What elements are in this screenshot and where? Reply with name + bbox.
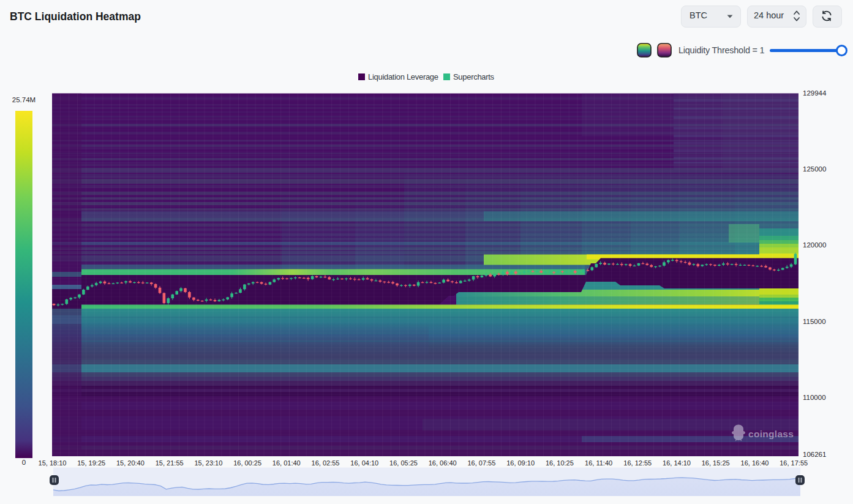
svg-text:coinglass: coinglass [748,429,794,439]
svg-text:129944: 129944 [803,89,827,97]
svg-text:16, 04:10: 16, 04:10 [350,459,378,467]
svg-text:16, 11:40: 16, 11:40 [585,459,612,467]
svg-text:16, 17:55: 16, 17:55 [780,459,808,467]
svg-text:16, 15:25: 16, 15:25 [702,459,730,467]
svg-text:16, 06:40: 16, 06:40 [429,459,457,467]
svg-text:16, 01:40: 16, 01:40 [272,459,301,467]
svg-text:16, 12:55: 16, 12:55 [623,459,652,467]
svg-text:16, 00:25: 16, 00:25 [233,459,261,467]
svg-text:15, 19:25: 15, 19:25 [77,459,105,467]
svg-text:0: 0 [22,459,26,466]
svg-text:15, 18:10: 15, 18:10 [39,459,67,467]
svg-text:15, 23:10: 15, 23:10 [194,459,222,467]
svg-text:15, 20:40: 15, 20:40 [116,459,145,467]
svg-text:16, 10:25: 16, 10:25 [546,459,574,467]
svg-text:125000: 125000 [803,165,826,173]
svg-text:16, 09:10: 16, 09:10 [506,459,535,467]
svg-text:16, 16:40: 16, 16:40 [741,459,769,467]
svg-text:16, 02:55: 16, 02:55 [312,459,340,467]
svg-text:106261: 106261 [803,451,826,458]
svg-text:15, 21:55: 15, 21:55 [156,459,184,467]
svg-text:120000: 120000 [803,241,826,249]
svg-text:115000: 115000 [803,318,826,325]
svg-text:16, 14:10: 16, 14:10 [663,459,691,467]
svg-text:25.74M: 25.74M [12,96,36,103]
svg-text:110000: 110000 [803,394,826,401]
svg-text:16, 07:55: 16, 07:55 [467,459,495,467]
svg-text:16, 05:25: 16, 05:25 [389,459,418,467]
